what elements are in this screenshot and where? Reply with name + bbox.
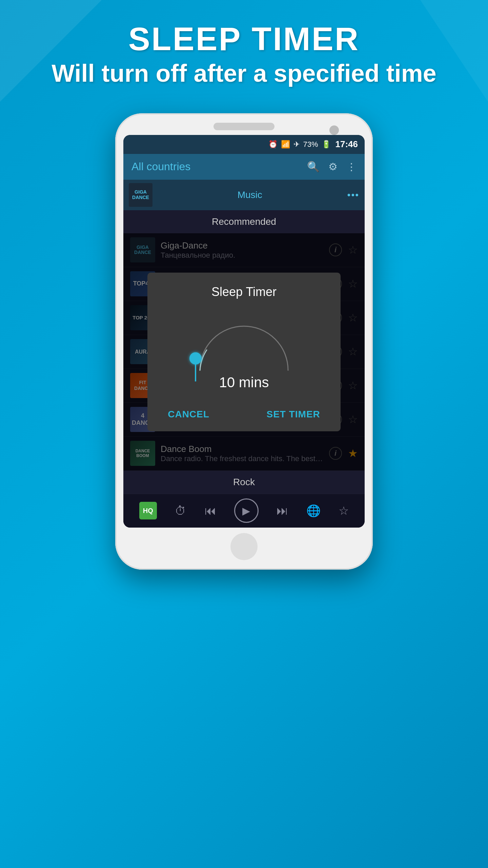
battery-pct: 73%	[303, 140, 318, 149]
app-bar-title: All countries	[131, 160, 190, 173]
next-button[interactable]: ⏭	[277, 504, 288, 517]
phone-screen: ⏰ 📶 ✈ 73% 🔋 17:46 All countries 🔍 ⚙ ⋮	[123, 135, 365, 528]
np-logo-text: GIGADANCE	[132, 190, 149, 200]
phone-home-button[interactable]	[230, 533, 258, 560]
section-recommended: Recommended	[123, 210, 365, 233]
dial-container[interactable]: 10 mins	[158, 309, 330, 397]
airplane-icon: ✈	[293, 140, 300, 149]
phone-camera	[329, 125, 339, 135]
np-logo: GIGADANCE	[129, 183, 152, 207]
promo-subtitle: Will turn off after a specified time	[27, 58, 461, 90]
promo-title: SLEEP TIMER	[27, 20, 461, 58]
favorites-button[interactable]: ☆	[339, 504, 349, 517]
search-icon[interactable]: 🔍	[307, 161, 320, 173]
np-title: Music	[152, 190, 347, 200]
dial-arc	[186, 309, 302, 377]
battery-icon: 🔋	[322, 140, 331, 149]
wifi-icon: 📶	[281, 140, 290, 149]
now-playing-bar: GIGADANCE Music •••	[123, 180, 365, 210]
more-icon[interactable]: ⋮	[346, 161, 357, 173]
dialog-title: Sleep Timer	[158, 285, 330, 299]
status-icons: ⏰ 📶 ✈ 73% 🔋	[268, 140, 330, 149]
hq-button[interactable]: HQ	[139, 502, 157, 519]
dialog-buttons: CANCEL SET TIMER	[158, 406, 330, 423]
phone-outer: ⏰ 📶 ✈ 73% 🔋 17:46 All countries 🔍 ⚙ ⋮	[115, 113, 373, 570]
app-bar: All countries 🔍 ⚙ ⋮	[123, 154, 365, 180]
alarm-icon: ⏰	[268, 140, 278, 149]
app-bar-icons: 🔍 ⚙ ⋮	[307, 161, 357, 173]
set-timer-button[interactable]: SET TIMER	[260, 406, 327, 423]
cancel-button[interactable]: CANCEL	[161, 406, 216, 423]
filter-icon[interactable]: ⚙	[328, 161, 338, 173]
dial-handle[interactable]	[189, 352, 202, 364]
phone-speaker	[214, 123, 274, 130]
sleep-timer-dialog: Sleep Timer 10 mins	[147, 273, 341, 431]
language-button[interactable]: 🌐	[306, 504, 321, 517]
status-time: 17:46	[336, 139, 358, 150]
station-list: GIGADANCE Giga-Dance Танцевальное радио.…	[123, 233, 365, 471]
status-bar: ⏰ 📶 ✈ 73% 🔋 17:46	[123, 135, 365, 154]
phone-mockup: ⏰ 📶 ✈ 73% 🔋 17:46 All countries 🔍 ⚙ ⋮	[115, 113, 373, 570]
play-button[interactable]: ▶	[234, 498, 259, 523]
np-more-icon[interactable]: •••	[347, 190, 359, 200]
sleep-timer-button[interactable]: ⏱	[175, 504, 186, 517]
prev-button[interactable]: ⏮	[205, 504, 216, 517]
dial-value: 10 mins	[219, 374, 269, 391]
promo-header: SLEEP TIMER Will turn off after a specif…	[0, 0, 488, 106]
dialog-overlay: Sleep Timer 10 mins	[123, 233, 365, 471]
section-rock: Rock	[123, 471, 365, 494]
player-bar: HQ ⏱ ⏮ ▶ ⏭ 🌐 ☆	[123, 494, 365, 528]
